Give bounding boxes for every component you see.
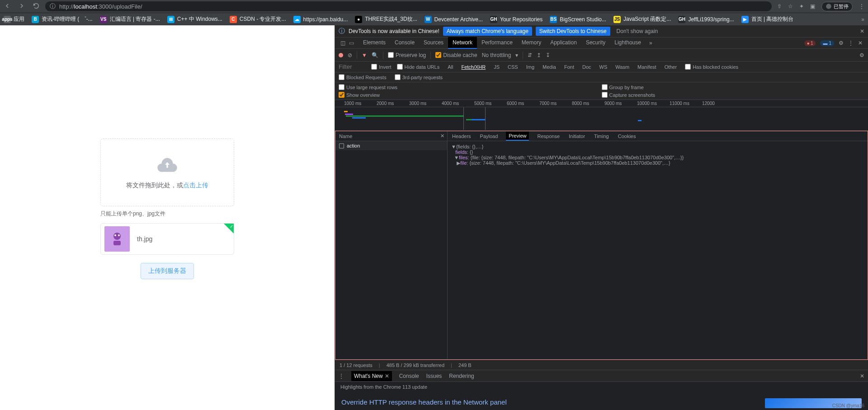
large-rows-checkbox[interactable]: Use large request rows	[339, 84, 602, 90]
filter-type-fetch-xhr[interactable]: Fetch/XHR	[458, 63, 488, 71]
filter-type-ws[interactable]: WS	[597, 63, 610, 71]
group-frame-checkbox[interactable]: Group by frame	[602, 84, 865, 90]
screenshots-checkbox[interactable]: Capture screenshots	[602, 92, 865, 98]
close-detail-icon[interactable]: ✕	[440, 133, 444, 139]
devtools-tab-elements[interactable]: Elements	[359, 37, 390, 49]
bookmark-item[interactable]: ▶首页 | 高德控制台	[741, 15, 794, 23]
error-badge[interactable]: ● 1	[804, 40, 816, 46]
debugger-paused-badge[interactable]: 已暂停	[821, 2, 853, 11]
bookmark-item[interactable]: GHYour Repositories	[490, 16, 542, 23]
blocked-cookies-checkbox[interactable]: Has blocked cookies	[685, 64, 738, 70]
url-bar[interactable]: ⓘ http://localhost:3000/uploadFile/	[45, 1, 772, 11]
record-icon[interactable]	[339, 53, 343, 57]
devtools-tab-network[interactable]: Network	[448, 37, 477, 49]
banner-switch-button[interactable]: Switch DevTools to Chinese	[536, 27, 610, 36]
bookmarks-overflow-icon[interactable]: »	[861, 16, 864, 23]
drawer-close-icon[interactable]: ✕	[860, 373, 864, 379]
forward-icon[interactable]	[18, 2, 25, 11]
uploaded-file-card[interactable]: th.jpg ✓	[100, 223, 234, 255]
close-tab-icon[interactable]: ✕	[385, 373, 389, 379]
filter-type-font[interactable]: Font	[561, 63, 577, 71]
devtools-tab-lighthouse[interactable]: Lighthouse	[610, 37, 646, 49]
bookmark-item[interactable]: GHJeffLi1993/spring...	[678, 16, 734, 23]
response-preview[interactable]: ▼{fields: {},…} fields: {} ▼files: {file…	[448, 141, 868, 359]
disable-cache-checkbox[interactable]: Disable cache	[435, 52, 477, 58]
detail-tab-payload[interactable]: Payload	[479, 132, 499, 140]
bookmark-item[interactable]: WDevcenter Archive...	[425, 16, 483, 23]
filter-input[interactable]	[339, 63, 366, 70]
search-icon[interactable]: 🔍	[372, 52, 378, 58]
bookmark-item[interactable]: ●THREE实战4_3D纹...	[355, 15, 417, 23]
invert-checkbox[interactable]: Invert	[371, 64, 392, 70]
kebab-icon[interactable]: ⋮	[848, 40, 854, 46]
drawer-tab-console[interactable]: Console	[399, 373, 419, 379]
share-icon[interactable]: ⇧	[777, 3, 782, 10]
filter-type-media[interactable]: Media	[540, 63, 559, 71]
detail-tab-cookies[interactable]: Cookies	[617, 132, 637, 140]
filter-type-css[interactable]: CSS	[505, 63, 521, 71]
filter-type-all[interactable]: All	[445, 63, 456, 71]
reload-icon[interactable]	[33, 2, 40, 11]
filter-type-img[interactable]: Img	[524, 63, 537, 71]
settings-icon[interactable]: ⚙	[839, 40, 844, 46]
extensions-icon[interactable]: ✦	[799, 3, 804, 10]
bookmark-item[interactable]: BSBigScreen Studio...	[550, 16, 606, 23]
upload-dropzone[interactable]: 将文件拖到此处，或点击上传	[100, 138, 234, 206]
menu-icon[interactable]: ⋮	[859, 3, 864, 10]
bookmark-item[interactable]: B资讯-哔哩哔哩 ( ゜-...	[32, 15, 93, 23]
banner-close-icon[interactable]: ✕	[860, 28, 864, 34]
detail-tab-preview[interactable]: Preview	[506, 132, 529, 141]
detail-tab-headers[interactable]: Headers	[451, 132, 472, 140]
filter-type-js[interactable]: JS	[491, 63, 502, 71]
upload-har-icon[interactable]: ↥	[537, 52, 541, 58]
panel-icon[interactable]: ▣	[810, 3, 815, 10]
detail-tab-timing[interactable]: Timing	[593, 132, 610, 140]
drawer-menu-icon[interactable]: ⋮	[339, 373, 344, 379]
bookmark-item[interactable]: ☁https://pan.baidu...	[293, 16, 348, 23]
banner-dont-show[interactable]: Don't show again	[617, 28, 658, 34]
bookmark-item[interactable]: VS汇编语言 | 寄存器 -...	[100, 15, 160, 23]
info-badge[interactable]: ▬ 1	[820, 40, 834, 46]
filter-toggle-icon[interactable]: ▼	[362, 52, 367, 58]
throttle-caret-icon[interactable]: ▾	[515, 52, 518, 58]
drawer-tab-whatsnew[interactable]: What's New ✕	[351, 371, 392, 381]
devtools-tab-sources[interactable]: Sources	[419, 37, 448, 49]
bookmark-item[interactable]: CCSDN - 专业开发...	[230, 15, 286, 23]
wifi-icon[interactable]: ⇵	[528, 52, 532, 58]
drawer-tab-issues[interactable]: Issues	[426, 373, 442, 379]
inspect-icon[interactable]: ◫	[340, 40, 345, 46]
devtools-tab-security[interactable]: Security	[581, 37, 610, 49]
device-icon[interactable]: ▭	[349, 40, 354, 46]
throttling-select[interactable]: No throttling	[482, 52, 511, 58]
devtools-tab-memory[interactable]: Memory	[517, 37, 546, 49]
filter-type-doc[interactable]: Doc	[580, 63, 594, 71]
preserve-log-checkbox[interactable]: Preserve log	[388, 52, 426, 58]
detail-tab-response[interactable]: Response	[536, 132, 561, 140]
third-party-checkbox[interactable]: 3rd-party requests	[395, 74, 443, 80]
back-icon[interactable]	[4, 2, 11, 11]
bookmark-item[interactable]: JSJavaScript 函数定...	[613, 15, 671, 23]
detail-tab-initiator[interactable]: Initiator	[568, 132, 586, 140]
upload-submit-button[interactable]: 上传到服务器	[141, 263, 194, 279]
filter-type-other[interactable]: Other	[662, 63, 680, 71]
bookmark-icon[interactable]: ☆	[788, 3, 793, 10]
close-devtools-icon[interactable]: ✕	[858, 40, 863, 46]
blocked-requests-checkbox[interactable]: Blocked Requests	[339, 74, 387, 80]
devtools-tab-application[interactable]: Application	[546, 37, 581, 49]
bookmark-item[interactable]: apps应用	[4, 15, 24, 23]
request-row[interactable]: action	[335, 141, 447, 150]
site-info-icon[interactable]: ⓘ	[50, 2, 56, 10]
banner-match-button[interactable]: Always match Chrome's language	[443, 27, 532, 36]
network-timeline[interactable]: 1000 ms2000 ms3000 ms4000 ms5000 ms6000 …	[335, 100, 868, 131]
clear-icon[interactable]: ⊘	[348, 52, 352, 58]
show-overview-checkbox[interactable]: Show overview	[339, 92, 602, 98]
hide-data-urls-checkbox[interactable]: Hide data URLs	[397, 64, 440, 70]
more-tabs-icon[interactable]: »	[646, 40, 655, 46]
bookmark-item[interactable]: ⊞C++ 中 Windows...	[167, 15, 222, 23]
network-settings-icon[interactable]: ⚙	[859, 52, 864, 58]
devtools-tab-console[interactable]: Console	[390, 37, 419, 49]
filter-type-manifest[interactable]: Manifest	[635, 63, 659, 71]
devtools-tab-performance[interactable]: Performance	[477, 37, 517, 49]
drawer-tab-rendering[interactable]: Rendering	[449, 373, 474, 379]
filter-type-wasm[interactable]: Wasm	[613, 63, 632, 71]
